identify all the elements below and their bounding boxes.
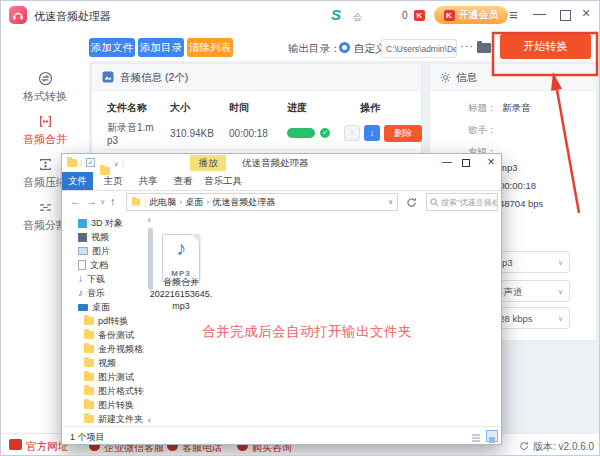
field-label: 标题： — [468, 102, 497, 115]
history-chevron-icon[interactable]: ∨ — [100, 198, 105, 206]
column-ops: 操作 — [360, 101, 380, 115]
gear-icon — [440, 72, 451, 83]
app-title: 优速音频处理器 — [34, 9, 111, 24]
scroll-down-icon[interactable]: ∨ — [147, 416, 151, 423]
vip-k-icon: K — [444, 10, 455, 21]
clear-list-button[interactable]: 清除列表 — [187, 38, 233, 57]
sidebar-item-audio-merge[interactable]: 音频合并 — [1, 114, 89, 152]
tab-view[interactable]: 查看 — [168, 172, 198, 190]
column-name: 文件名称 — [107, 101, 147, 115]
app-logo-icon — [9, 6, 27, 24]
sidebar-item-label: 格式转换 — [23, 89, 67, 104]
start-convert-button[interactable]: 开始转换 — [500, 34, 591, 59]
member-badge: 会 — [353, 11, 362, 24]
add-file-button[interactable]: 添加文件 — [89, 38, 135, 57]
tree-item-downloads[interactable]: ↑下载 — [78, 272, 105, 286]
move-up-button[interactable]: ↑ — [344, 125, 360, 141]
open-vip-button[interactable]: K 开通会员 — [434, 6, 508, 24]
play-context-tab[interactable]: 播放 — [190, 155, 226, 171]
breadcrumb-desktop[interactable]: 桌面 — [185, 196, 203, 209]
pictures-icon — [78, 247, 88, 255]
address-folder-icon — [132, 199, 141, 206]
open-folder-icon[interactable] — [477, 43, 491, 53]
coin-icon: K — [414, 10, 425, 21]
info-panel-title: 信息 — [456, 71, 477, 85]
custom-dir-radio[interactable] — [339, 42, 350, 53]
tree-item-videos[interactable]: 视频 — [78, 230, 109, 244]
tree-item-folder[interactable]: 图片转换 — [84, 398, 134, 412]
tree-item-folder[interactable]: 图片格式转换 — [84, 384, 144, 398]
breadcrumb-sep: › — [203, 197, 212, 207]
close-button[interactable]: × — [582, 7, 590, 20]
file-row-size: 310.94KB — [170, 128, 214, 139]
search-box[interactable]: 搜索"优速音频处理器" — [426, 193, 498, 211]
explorer-statusbar: 1 个项目 — [62, 426, 501, 446]
move-down-button[interactable]: ↓ — [364, 125, 380, 141]
tree-item-folder[interactable]: 图片测试 — [84, 370, 134, 384]
music-note-icon: ♪ — [163, 237, 199, 260]
tab-file[interactable]: 文件 — [62, 172, 93, 190]
qat-separator: | — [122, 158, 124, 167]
item-count: 1 个项目 — [70, 431, 105, 444]
delete-button[interactable]: 删除 — [384, 125, 422, 142]
explorer-minimize-button[interactable]: — — [438, 156, 456, 167]
add-directory-button[interactable]: 添加目录 — [138, 38, 184, 57]
scroll-up-icon[interactable]: ∧ — [147, 216, 151, 223]
explorer-maximize-button[interactable] — [462, 159, 470, 167]
thumbnail-view-icon[interactable] — [486, 430, 498, 442]
folder-icon — [84, 359, 94, 367]
tree-item-pictures[interactable]: 图片 — [78, 244, 110, 258]
up-icon[interactable]: ↑ — [110, 195, 116, 207]
field-label: 歌手： — [468, 124, 497, 137]
details-view-icon[interactable] — [470, 430, 482, 442]
downloads-icon: ↑ — [78, 274, 83, 284]
output-path-input[interactable]: C:\Users\admin\Deskto — [381, 39, 457, 58]
back-icon[interactable]: ← — [70, 195, 81, 207]
annotation-note: 合并完成后会自动打开输出文件夹 — [198, 323, 416, 341]
tab-home[interactable]: 主页 — [98, 172, 128, 190]
minimize-button[interactable]: — — [533, 7, 546, 20]
tree-item-documents[interactable]: 文档 — [78, 258, 108, 272]
search-icon — [430, 198, 439, 207]
tree-item-folder[interactable]: pdf转换 — [84, 314, 129, 328]
tab-music-tools[interactable]: 音乐工具 — [200, 172, 246, 190]
address-chevron-icon[interactable]: ∨ — [388, 198, 393, 206]
qat-folder-icon[interactable] — [67, 159, 77, 167]
address-bar[interactable]: | 此电脑 › 桌面 › 优速音频处理器 ∨ — [126, 193, 398, 211]
tree-item-desktop[interactable]: 桌面 — [78, 300, 110, 314]
folder-icon — [84, 317, 94, 325]
tree-item-music[interactable]: ♪音乐 — [78, 286, 105, 300]
audio-info-icon — [102, 71, 114, 83]
tree-item-folder[interactable]: 新建文件夹 — [84, 412, 143, 426]
tree-item-folder[interactable]: 备份测试 — [84, 328, 134, 342]
info-panel-header — [430, 64, 596, 91]
explorer-close-button[interactable]: × — [482, 155, 500, 169]
sidebar-item-format-convert[interactable]: 格式转换 — [1, 71, 89, 109]
column-time: 时间 — [229, 101, 249, 115]
audio-merge-icon — [38, 114, 53, 129]
tree-item-folder[interactable]: 金舟视频格式 — [84, 342, 144, 356]
folder-icon — [84, 387, 94, 395]
browse-more-button[interactable]: ··· — [460, 40, 474, 52]
refresh-icon[interactable] — [406, 197, 417, 208]
breadcrumb-current[interactable]: 优速音频处理器 — [212, 196, 275, 209]
forward-icon[interactable]: → — [86, 195, 97, 207]
version-refresh-icon[interactable] — [519, 441, 529, 451]
audio-compress-icon — [38, 157, 53, 172]
tab-share[interactable]: 共享 — [133, 172, 163, 190]
breadcrumb-this-pc[interactable]: 此电脑 — [149, 196, 176, 209]
tree-item-3d-objects[interactable]: 3D 对象 — [78, 216, 123, 230]
mp3-file-name[interactable]: 音频合并202216153645.mp3 — [140, 276, 222, 312]
menu-icon[interactable]: ≡ — [509, 8, 518, 21]
music-icon: ♪ — [78, 288, 83, 298]
column-progress: 进度 — [287, 101, 307, 115]
maximize-button[interactable] — [560, 10, 571, 21]
tree-item-folder[interactable]: 视频 — [84, 356, 116, 370]
videos-icon — [78, 233, 87, 242]
explorer-window: | ✓ ∨ | 播放 优速音频处理器 — × 文件 主页 共享 查看 音乐工具 … — [61, 153, 502, 445]
progress-done-icon: ✓ — [320, 128, 330, 138]
mp3-file-icon[interactable]: ♪ MP3 — [162, 234, 200, 282]
qat-check-icon[interactable]: ✓ — [86, 158, 95, 167]
qat-dropdown-icon[interactable]: ∨ — [114, 160, 118, 167]
chevron-down-icon: ∨ — [558, 252, 563, 274]
